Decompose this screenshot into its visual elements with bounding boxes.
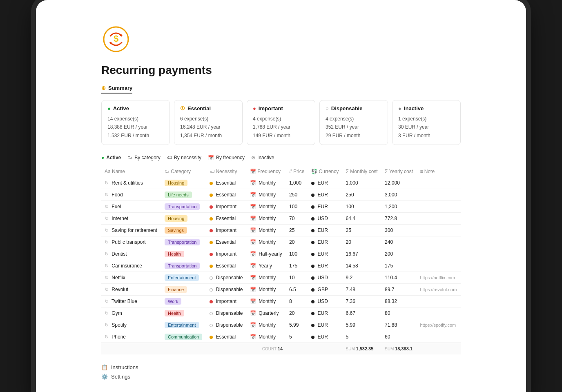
category-tag[interactable]: Life needs — [165, 192, 192, 198]
active-icon: ● — [107, 105, 111, 111]
category-tag[interactable]: Savings — [165, 227, 187, 234]
cell-price: 1,000 — [286, 177, 308, 189]
cell-necessity: Dispensable — [206, 307, 247, 319]
category-tag[interactable]: Work — [165, 298, 181, 305]
table-row[interactable]: ↻ Revolut Finance Dispensable 📅 Monthly … — [101, 284, 461, 296]
cell-price: 20 — [286, 236, 308, 248]
currency-dot — [311, 312, 314, 315]
cell-note — [417, 331, 461, 343]
table-row[interactable]: ↻ Saving for retirement Savings Importan… — [101, 225, 461, 236]
currency-dot — [311, 265, 314, 268]
cell-monthly: 14.58 — [343, 260, 382, 272]
cell-frequency: 📅 Monthly — [247, 177, 286, 189]
summary-cards: ● Active 14 expense(s) 18,388 EUR / year… — [101, 100, 461, 145]
table-row[interactable]: ↻ Rent & utilities Housing Essential 📅 M… — [101, 177, 461, 189]
cell-necessity: Important — [206, 225, 247, 236]
cell-currency: EUR — [308, 307, 342, 319]
cell-name: ↻ Saving for retirement — [101, 225, 161, 236]
cell-monthly: 1,000 — [343, 177, 382, 189]
table-row[interactable]: ↻ Gym Health Dispensable 📅 Quarterly 20 … — [101, 307, 461, 319]
cell-monthly: 250 — [343, 189, 382, 201]
category-tag[interactable]: Entertainment — [165, 322, 199, 328]
filter-necessity[interactable]: 🏷 By necessity — [167, 155, 201, 160]
table-row[interactable]: ↻ Public transport Transportation Essent… — [101, 236, 461, 248]
row-sync-icon: ↻ — [105, 298, 109, 304]
category-tag[interactable]: Housing — [165, 215, 187, 222]
summary-tab[interactable]: ⊕ Summary — [101, 85, 132, 94]
cell-note — [417, 236, 461, 248]
frequency-icon: 📅 — [250, 192, 256, 198]
table-row[interactable]: ↻ Food Life needs Essential 📅 Monthly 25… — [101, 189, 461, 201]
cell-price: 70 — [286, 213, 308, 225]
cell-currency: EUR — [308, 189, 342, 201]
category-tag[interactable]: Health — [165, 251, 184, 257]
category-tag[interactable]: Housing — [165, 180, 187, 186]
row-sync-icon: ↻ — [105, 275, 109, 281]
row-sync-icon: ↻ — [105, 310, 109, 316]
dispensable-stats: 4 expense(s) 352 EUR / year 29 EUR / mon… — [326, 115, 382, 140]
logo: $ — [101, 24, 461, 56]
footer-monthly: 1,532.35 — [356, 346, 374, 351]
cell-category: Entertainment — [161, 272, 206, 284]
table-row[interactable]: ↻ Twitter Blue Work Important 📅 Monthly … — [101, 296, 461, 307]
cell-category: Entertainment — [161, 319, 206, 331]
filter-inactive[interactable]: ⊗ Inactive — [251, 155, 274, 160]
necessity-dot — [210, 324, 213, 327]
inactive-stats: 1 expense(s) 30 EUR / year 3 EUR / month — [398, 115, 455, 140]
cell-price: 250 — [286, 189, 308, 201]
cell-frequency: 📅 Monthly — [247, 284, 286, 296]
cell-category: Savings — [161, 225, 206, 236]
filter-active[interactable]: ● Active — [101, 155, 121, 160]
table-row[interactable]: ↻ Car insurance Transportation Essential… — [101, 260, 461, 272]
table-row[interactable]: ↻ Dentist Health Important 📅 Half-yearly… — [101, 248, 461, 260]
currency-dot — [311, 288, 314, 292]
cell-monthly: 64.4 — [343, 213, 382, 225]
frequency-icon: 📅 — [250, 251, 256, 257]
category-tag[interactable]: Entertainment — [165, 274, 199, 281]
inactive-label: Inactive — [404, 105, 424, 111]
table-row[interactable]: ↻ Fuel Transportation Important 📅 Monthl… — [101, 201, 461, 213]
cell-currency: EUR — [308, 260, 342, 272]
category-tag[interactable]: Finance — [165, 286, 187, 293]
cell-monthly: 6.67 — [343, 307, 382, 319]
cell-necessity: Essential — [206, 331, 247, 343]
nav-instructions[interactable]: 📋 Instructions — [101, 364, 461, 370]
category-tag[interactable]: Health — [165, 310, 184, 316]
frequency-icon: 📅 — [250, 275, 256, 281]
cell-necessity: Important — [206, 248, 247, 260]
cell-note — [417, 189, 461, 201]
cell-note — [417, 225, 461, 236]
cell-price: 100 — [286, 201, 308, 213]
category-tag[interactable]: Transportation — [165, 263, 200, 269]
category-tag[interactable]: Transportation — [165, 239, 200, 245]
frequency-icon: 📅 — [250, 216, 256, 221]
cell-yearly: 1,200 — [381, 201, 417, 213]
cell-currency: EUR — [308, 236, 342, 248]
currency-dot — [311, 182, 314, 185]
filter-necessity-icon: 🏷 — [167, 155, 172, 160]
filter-frequency-icon: 📅 — [208, 155, 214, 160]
table-row[interactable]: ↻ Phone Communication Essential 📅 Monthl… — [101, 331, 461, 343]
cell-category: Communication — [161, 331, 206, 343]
nav-settings[interactable]: ⚙️ Settings — [101, 374, 461, 380]
active-label: Active — [113, 105, 129, 111]
cell-yearly: 772.8 — [381, 213, 417, 225]
row-sync-icon: ↻ — [105, 322, 109, 328]
necessity-dot — [210, 300, 213, 303]
cell-currency: EUR — [308, 225, 342, 236]
table-row[interactable]: ↻ Netflix Entertainment Dispensable 📅 Mo… — [101, 272, 461, 284]
cell-note: https://netflix.com — [417, 272, 461, 284]
table-row[interactable]: ↻ Spotify Entertainment Dispensable 📅 Mo… — [101, 319, 461, 331]
category-tag[interactable]: Transportation — [165, 203, 200, 210]
cell-price: 20 — [286, 307, 308, 319]
cell-necessity: Dispensable — [206, 319, 247, 331]
cell-note — [417, 177, 461, 189]
filter-category[interactable]: 🗂 By category — [127, 155, 160, 160]
category-tag[interactable]: Communication — [165, 334, 202, 340]
footer-count: 14 — [278, 346, 283, 351]
cell-name: ↻ Dentist — [101, 248, 161, 260]
filter-frequency[interactable]: 📅 By frequency — [208, 155, 245, 160]
table-row[interactable]: ↻ Internet Housing Essential 📅 Monthly 7… — [101, 213, 461, 225]
frequency-icon: 📅 — [250, 204, 256, 209]
card-important: ● Important 4 expense(s) 1,788 EUR / yea… — [247, 100, 315, 145]
